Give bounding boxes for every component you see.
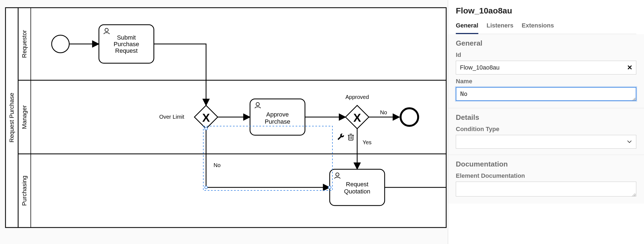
end-event[interactable] bbox=[401, 108, 418, 126]
task-label: Submit bbox=[117, 34, 136, 41]
svg-point-14 bbox=[401, 108, 418, 126]
select-condition-type[interactable] bbox=[456, 135, 636, 149]
tab-extensions[interactable]: Extensions bbox=[522, 20, 554, 34]
svg-point-19 bbox=[205, 186, 207, 189]
edge-label-overlimit-no: No bbox=[213, 162, 221, 168]
edge-label-approved-yes: Yes bbox=[363, 139, 372, 145]
label-name: Name bbox=[456, 78, 636, 85]
selected-element-title: Flow_10ao8au bbox=[456, 6, 636, 15]
lane-label-purchasing: Purchasing bbox=[21, 176, 28, 206]
label-element-documentation: Element Documentation bbox=[456, 172, 636, 179]
lane-label-manager: Manager bbox=[21, 105, 28, 129]
diagram-svg: Request Purchase Requestor Manager Purch… bbox=[0, 0, 448, 244]
section-title-details: Details bbox=[456, 113, 636, 122]
section-documentation: Documentation Element Documentation bbox=[448, 155, 644, 204]
gateway-label-approved: Approved bbox=[345, 94, 369, 100]
section-title-documentation: Documentation bbox=[456, 160, 636, 168]
section-details: Details Condition Type bbox=[448, 108, 644, 155]
tab-general[interactable]: General bbox=[456, 20, 478, 34]
input-name[interactable] bbox=[456, 87, 636, 101]
lane-purchasing[interactable]: Purchasing bbox=[21, 176, 28, 206]
task-label: Purchase bbox=[114, 41, 139, 48]
start-event[interactable] bbox=[52, 35, 69, 53]
bpmn-canvas[interactable]: Request Purchase Requestor Manager Purch… bbox=[0, 0, 448, 244]
task-label: Quotation bbox=[344, 188, 370, 195]
input-id[interactable] bbox=[456, 61, 636, 74]
properties-tabs: General Listeners Extensions bbox=[456, 20, 636, 34]
lane-label-requestor: Requestor bbox=[21, 30, 28, 58]
section-general: General Id ✕ Name bbox=[448, 34, 644, 108]
task-label: Approve bbox=[266, 111, 289, 118]
svg-point-5 bbox=[52, 35, 69, 53]
svg-point-18 bbox=[205, 127, 207, 130]
pool-label: Request Purchase bbox=[8, 93, 15, 143]
svg-point-20 bbox=[328, 186, 331, 189]
task-label: Purchase bbox=[265, 118, 290, 125]
properties-header: Flow_10ao8au General Listeners Extension… bbox=[448, 0, 644, 34]
clear-id-icon[interactable]: ✕ bbox=[627, 64, 632, 71]
task-label: Request bbox=[346, 181, 368, 188]
edge-label-approved-no: No bbox=[380, 109, 387, 115]
task-approve-purchase[interactable]: Approve Purchase bbox=[250, 99, 305, 135]
svg-text:X: X bbox=[353, 111, 361, 124]
app-root: Request Purchase Requestor Manager Purch… bbox=[0, 0, 644, 244]
task-label: Request bbox=[115, 47, 138, 54]
gateway-label-over-limit: Over Limit bbox=[159, 114, 184, 120]
task-request-quotation[interactable]: Request Quotation bbox=[330, 169, 385, 206]
textarea-element-documentation[interactable] bbox=[456, 182, 636, 196]
tab-listeners[interactable]: Listeners bbox=[487, 20, 513, 34]
properties-panel: Flow_10ao8au General Listeners Extension… bbox=[448, 0, 644, 244]
label-id: Id bbox=[456, 51, 636, 59]
label-condition-type: Condition Type bbox=[456, 126, 636, 133]
svg-text:X: X bbox=[202, 111, 210, 124]
section-title-general: General bbox=[456, 39, 636, 48]
task-submit-purchase-request[interactable]: Submit Purchase Request bbox=[99, 25, 154, 63]
